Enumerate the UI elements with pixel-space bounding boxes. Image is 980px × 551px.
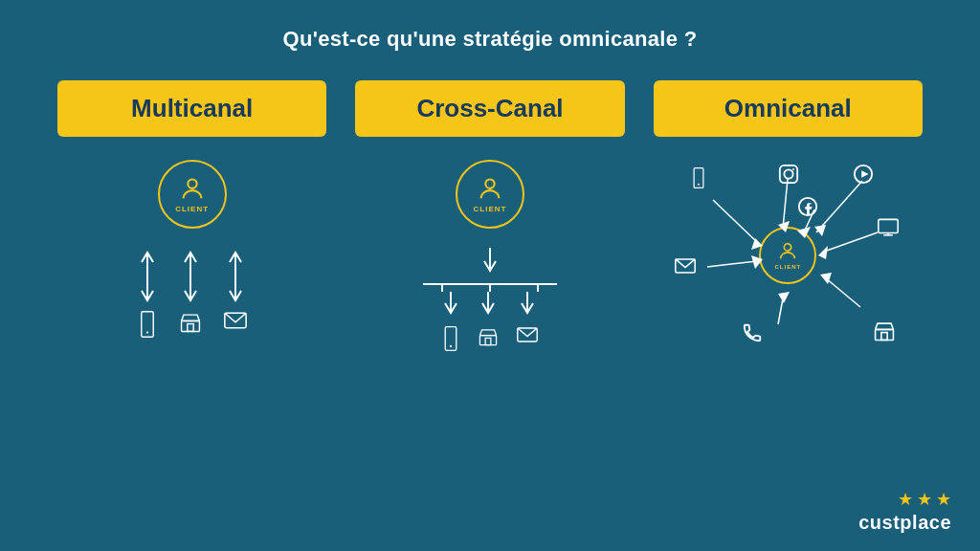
multicanal-store-col [180, 248, 201, 334]
down-arrow-store-cross [480, 292, 496, 320]
svg-point-30 [792, 168, 794, 170]
client-circle-multicanal: CLIENT [158, 160, 227, 229]
svg-marker-48 [818, 246, 828, 259]
svg-rect-28 [780, 165, 797, 183]
svg-line-47 [824, 232, 878, 252]
store-icon-cross [479, 326, 498, 347]
client-circle-crosscanal: CLIENT [456, 160, 524, 229]
column-omnicanal: Omnicanal CLIENT [654, 80, 923, 351]
svg-marker-52 [778, 292, 790, 303]
multicanal-email-col [224, 248, 247, 330]
crosscanal-store-col [479, 292, 498, 347]
star-2: ★ [917, 489, 932, 510]
svg-line-49 [826, 278, 860, 307]
email-icon [224, 311, 247, 330]
star-1: ★ [898, 489, 913, 510]
svg-point-0 [188, 179, 196, 187]
crosscanal-main-arrow [480, 248, 500, 276]
svg-line-43 [783, 179, 788, 229]
star-3: ★ [936, 489, 951, 510]
svg-line-53 [707, 261, 757, 267]
client-circle-omnicanal: CLIENT [759, 227, 816, 284]
svg-rect-37 [881, 333, 887, 341]
store-icon [180, 311, 201, 334]
svg-marker-50 [820, 273, 832, 284]
double-arrow-email [226, 248, 245, 305]
crosscanal-diagram [423, 248, 557, 351]
omni-facebook-icon [797, 196, 818, 217]
down-arrow-email-cross [520, 292, 535, 320]
svg-line-45 [816, 181, 862, 232]
multicanal-header: Multicanal [57, 80, 326, 137]
double-arrow-phone [138, 248, 157, 305]
columns-container: Multicanal CLIENT [0, 52, 980, 351]
page-title: Qu'est-ce qu'une stratégie omnicanale ? [0, 0, 980, 52]
omni-store-icon [874, 320, 895, 342]
omni-phone-icon [688, 167, 709, 188]
crosscanal-email-col [517, 292, 538, 343]
custplace-stars: ★ ★ ★ [898, 489, 951, 510]
svg-line-51 [778, 294, 784, 324]
svg-rect-33 [879, 219, 898, 232]
svg-rect-21 [485, 338, 491, 344]
svg-marker-32 [861, 170, 868, 177]
custplace-text: custplace [858, 512, 951, 534]
crosscanal-horizontal [423, 276, 557, 292]
svg-rect-36 [876, 329, 894, 340]
person-icon-omni [777, 241, 798, 262]
custplace-logo: ★ ★ ★ custplace [858, 489, 951, 534]
down-arrow-phone-cross [443, 292, 458, 320]
double-arrow-store [181, 248, 200, 305]
omnicanal-header: Omnicanal [654, 80, 923, 137]
omnicanal-diagram: CLIENT [673, 160, 902, 351]
multicanal-diagram [138, 248, 247, 338]
svg-rect-5 [181, 320, 199, 331]
column-multicanal: Multicanal CLIENT [57, 80, 326, 338]
svg-point-29 [785, 169, 793, 178]
svg-marker-46 [814, 225, 826, 236]
person-icon-cross [477, 176, 503, 203]
omni-call-icon [742, 322, 763, 343]
phone-icon [138, 311, 157, 338]
svg-point-10 [485, 179, 494, 187]
crosscanal-header: Cross-Canal [355, 80, 624, 137]
omni-monitor-icon [878, 217, 899, 238]
phone-icon-cross [442, 326, 459, 351]
multicanal-phone-col [138, 248, 157, 338]
crosscanal-icons-row [442, 292, 538, 351]
crosscanal-phone-col [442, 292, 459, 351]
svg-line-41 [713, 200, 759, 244]
omni-email-icon [675, 255, 696, 276]
svg-rect-6 [188, 324, 193, 332]
email-icon-cross [517, 326, 538, 343]
omni-instagram-icon [778, 164, 799, 185]
svg-point-25 [785, 244, 791, 251]
person-icon [179, 176, 206, 203]
svg-rect-20 [479, 336, 496, 345]
omni-video-icon [853, 164, 874, 185]
column-crosscanal: Cross-Canal CLIENT [355, 80, 624, 351]
